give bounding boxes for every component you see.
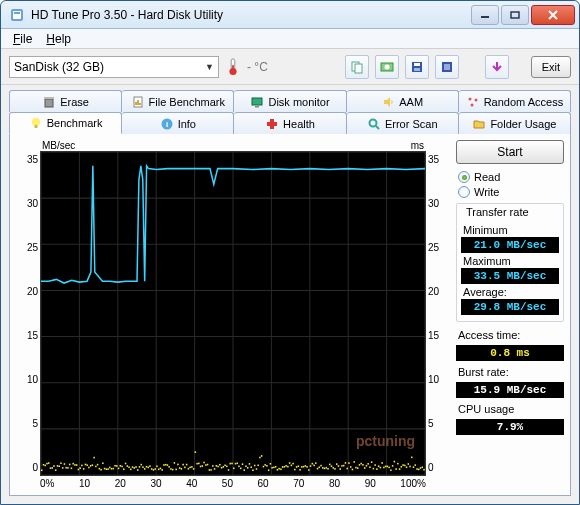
svg-rect-110 [140, 464, 142, 466]
svg-rect-172 [249, 463, 251, 465]
svg-rect-61 [55, 469, 57, 471]
close-button[interactable] [531, 5, 575, 25]
svg-rect-160 [228, 469, 230, 471]
tab-disk-monitor[interactable]: Disk monitor [234, 90, 346, 112]
svg-rect-272 [423, 469, 425, 471]
tab-erase[interactable]: Erase [9, 90, 122, 112]
burst-value: 15.9 MB/sec [456, 382, 564, 398]
thermometer-icon [225, 57, 241, 77]
svg-rect-108 [137, 469, 139, 471]
svg-rect-244 [374, 464, 376, 466]
svg-rect-95 [114, 465, 116, 467]
max-value: 33.5 MB/sec [461, 268, 559, 284]
svg-rect-114 [147, 467, 149, 469]
radio-icon [458, 186, 470, 198]
svg-rect-129 [174, 462, 176, 464]
svg-rect-271 [422, 466, 424, 468]
bulb-icon [29, 116, 43, 130]
svg-rect-58 [50, 467, 52, 469]
svg-rect-140 [193, 468, 195, 470]
tab-health[interactable]: Health [234, 112, 346, 134]
svg-rect-250 [385, 466, 387, 468]
svg-rect-103 [128, 466, 130, 468]
start-button[interactable]: Start [456, 140, 564, 164]
speaker-icon [381, 95, 395, 109]
svg-rect-4 [511, 12, 519, 18]
svg-point-23 [468, 97, 471, 100]
transfer-rate-group: Transfer rate Minimum 21.0 MB/sec Maximu… [456, 203, 564, 322]
svg-rect-212 [319, 466, 321, 468]
left-unit: MB/sec [42, 140, 75, 151]
svg-rect-201 [299, 469, 301, 471]
tab-file-benchmark[interactable]: File Benchmark [122, 90, 234, 112]
write-radio[interactable]: Write [456, 186, 564, 198]
svg-rect-262 [406, 466, 408, 468]
svg-rect-73 [76, 464, 78, 466]
svg-rect-84 [95, 466, 97, 468]
svg-rect-152 [214, 468, 216, 470]
chart-zone: 35302520151050 MB/sec ms pctuning 0%1020… [16, 140, 450, 489]
refresh-button[interactable] [485, 55, 509, 79]
svg-rect-122 [161, 469, 163, 471]
svg-rect-75 [79, 467, 81, 469]
titlebar[interactable]: HD Tune Pro 3.50 - Hard Disk Utility [1, 1, 579, 29]
svg-rect-116 [151, 468, 153, 470]
svg-rect-227 [345, 462, 347, 464]
minimize-button[interactable] [471, 5, 499, 25]
svg-rect-208 [312, 463, 314, 465]
svg-rect-102 [127, 465, 129, 467]
svg-rect-128 [172, 469, 174, 471]
tabs-row-upper: Erase File Benchmark Disk monitor AAM Ra… [9, 89, 571, 112]
access-label: Access time: [458, 329, 564, 341]
svg-rect-159 [226, 466, 228, 468]
tab-folder-usage[interactable]: Folder Usage [459, 112, 571, 134]
avg-label: Average: [463, 286, 559, 298]
tab-info[interactable]: iInfo [122, 112, 234, 134]
svg-rect-53 [41, 469, 43, 471]
maximize-button[interactable] [501, 5, 529, 25]
svg-rect-231 [352, 469, 354, 471]
svg-rect-119 [156, 465, 158, 467]
drive-select[interactable]: SanDisk (32 GB) ▼ [9, 56, 219, 78]
svg-rect-97 [118, 468, 120, 470]
svg-rect-18 [45, 99, 53, 107]
settings-button[interactable] [435, 55, 459, 79]
search-icon [367, 117, 381, 131]
svg-rect-133 [181, 468, 183, 470]
svg-rect-184 [270, 463, 272, 465]
svg-rect-100 [123, 468, 125, 470]
svg-rect-21 [252, 98, 262, 105]
svg-rect-121 [160, 468, 162, 470]
svg-line-33 [376, 126, 379, 129]
exit-button[interactable]: Exit [531, 56, 571, 78]
svg-rect-60 [53, 465, 55, 467]
cpu-value: 7.9% [456, 419, 564, 435]
save-button[interactable] [405, 55, 429, 79]
menu-help[interactable]: Help [40, 31, 77, 47]
svg-rect-149 [209, 469, 211, 471]
tab-random-access[interactable]: Random Access [459, 90, 571, 112]
svg-point-25 [470, 103, 473, 106]
svg-rect-19 [44, 97, 54, 99]
svg-rect-238 [364, 467, 366, 469]
svg-rect-139 [191, 466, 193, 468]
svg-rect-138 [189, 467, 191, 469]
svg-rect-143 [198, 463, 200, 465]
svg-rect-234 [357, 467, 359, 469]
tab-error-scan[interactable]: Error Scan [347, 112, 459, 134]
svg-rect-265 [411, 457, 413, 459]
svg-rect-147 [205, 464, 207, 466]
tab-area: Erase File Benchmark Disk monitor AAM Ra… [9, 89, 571, 496]
tab-aam[interactable]: AAM [347, 90, 459, 112]
menu-file[interactable]: File [7, 31, 38, 47]
info-icon: i [160, 117, 174, 131]
svg-rect-217 [327, 468, 329, 470]
tab-benchmark[interactable]: Benchmark [9, 112, 122, 134]
screenshot-button[interactable] [375, 55, 399, 79]
svg-rect-85 [97, 464, 99, 466]
read-radio[interactable]: Read [456, 171, 564, 183]
copy-info-button[interactable] [345, 55, 369, 79]
svg-rect-76 [81, 465, 83, 467]
svg-rect-96 [116, 465, 118, 467]
svg-rect-130 [175, 469, 177, 471]
